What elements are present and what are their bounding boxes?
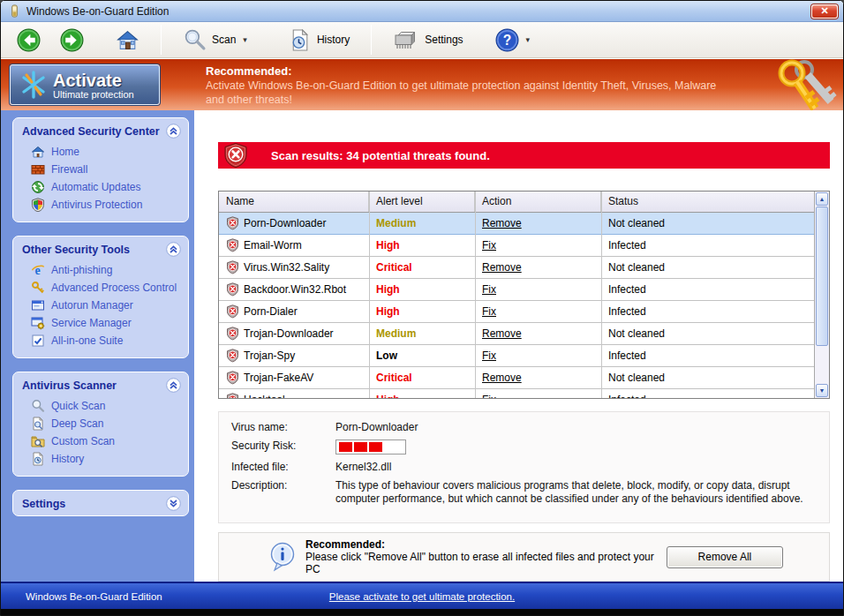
table-row[interactable]: Backdoor.Win32.RbotHighFixInfected bbox=[219, 279, 814, 301]
threat-shield-icon bbox=[226, 393, 239, 398]
chevron-down-icon[interactable] bbox=[166, 496, 181, 511]
scrollbar-thumb[interactable] bbox=[816, 207, 828, 346]
scan-dropdown-icon: ▾ bbox=[243, 35, 247, 44]
table-row[interactable]: Trojan-FakeAVCriticalRemoveNot cleaned bbox=[219, 367, 814, 389]
risk-block bbox=[369, 442, 382, 452]
threat-name: Backdoor.Win32.Rbot bbox=[244, 283, 346, 296]
action-link[interactable]: Fix bbox=[482, 305, 496, 318]
column-header-name[interactable]: Name bbox=[219, 192, 369, 212]
threat-status: Not cleaned bbox=[601, 217, 814, 229]
back-icon bbox=[17, 28, 41, 52]
recommend-text: Please click "Remove All" button to eras… bbox=[305, 551, 667, 575]
sidebar-item-deep-scan[interactable]: Deep Scan bbox=[13, 415, 188, 432]
sidebar-item-history[interactable]: History bbox=[13, 450, 188, 468]
table-row[interactable]: Email-WormHighFixInfected bbox=[219, 235, 814, 257]
security-risk-meter bbox=[335, 439, 406, 454]
action-link[interactable]: Remove bbox=[482, 217, 522, 229]
table-row[interactable]: HacktoolHighFixInfected bbox=[219, 389, 814, 398]
sidebar-item-quick-scan[interactable]: Quick Scan bbox=[13, 397, 188, 415]
section-title: Advanced Security Center bbox=[22, 125, 166, 138]
close-button[interactable]: ✕ bbox=[811, 4, 838, 19]
settings-button[interactable]: Settings bbox=[388, 26, 468, 53]
alert-level: Critical bbox=[369, 261, 475, 274]
activate-link[interactable]: Please activate to get ultimate protecti… bbox=[329, 591, 515, 602]
activate-button[interactable]: Activate Ultimate protection bbox=[10, 64, 160, 105]
virus-name-label: Virus name: bbox=[231, 421, 335, 433]
action-link[interactable]: Remove bbox=[482, 372, 522, 384]
window-icon bbox=[31, 298, 45, 312]
help-button[interactable]: ? ▾ bbox=[490, 26, 536, 55]
sidebar-item-service-manager[interactable]: Service Manager bbox=[13, 314, 188, 332]
scroll-up-icon[interactable]: ▲ bbox=[816, 192, 828, 206]
svg-text:?: ? bbox=[502, 33, 511, 48]
threat-shield-icon bbox=[226, 238, 239, 252]
page-clock-icon bbox=[31, 452, 45, 466]
threat-status: Infected bbox=[601, 394, 814, 398]
activate-banner: Activate Ultimate protection Recommended… bbox=[1, 58, 843, 110]
results-rows: Porn-DownloaderMediumRemoveNot cleanedEm… bbox=[219, 213, 814, 398]
sidebar-item-home[interactable]: Home bbox=[13, 143, 188, 161]
table-row[interactable]: Virus.Win32.SalityCriticalRemoveNot clea… bbox=[219, 257, 814, 279]
title-bar: Windows Be-on-Guard Edition ✕ bbox=[1, 1, 843, 22]
action-link[interactable]: Remove bbox=[482, 261, 522, 274]
sidebar-item-anti-phishing[interactable]: eAnti-phishing bbox=[13, 261, 188, 279]
threat-status: Infected bbox=[601, 283, 814, 296]
avshield-icon bbox=[31, 198, 45, 212]
sidebar: Advanced Security CenterHomeFirewallAuto… bbox=[1, 110, 194, 582]
table-row[interactable]: Trojan-DownloaderMediumRemoveNot cleaned bbox=[219, 323, 814, 345]
toolbar: Scan ▾ History Settings ? ▾ bbox=[1, 22, 843, 58]
banner-recommended-label: Recommended: bbox=[206, 64, 735, 78]
sidebar-item-advanced-process-control[interactable]: Advanced Process Control bbox=[13, 279, 188, 297]
column-header-alert[interactable]: Alert level bbox=[369, 192, 475, 212]
activate-title: Activate bbox=[53, 71, 134, 91]
home-button[interactable] bbox=[110, 26, 145, 55]
security-risk-label: Security Risk: bbox=[231, 439, 335, 454]
threat-name: Trojan-Spy bbox=[244, 349, 295, 362]
table-row[interactable]: Trojan-SpyLowFixInfected bbox=[219, 345, 814, 367]
column-header-status[interactable]: Status bbox=[601, 192, 829, 212]
bottom-edge bbox=[1, 609, 843, 615]
scan-button[interactable]: Scan ▾ bbox=[177, 26, 252, 55]
sidebar-section-settings: Settings bbox=[12, 490, 189, 516]
chevron-up-icon[interactable] bbox=[166, 378, 181, 393]
infected-file-label: Infected file: bbox=[231, 461, 335, 473]
threat-shield-icon bbox=[226, 371, 239, 385]
back-button[interactable] bbox=[11, 26, 46, 55]
forward-button[interactable] bbox=[55, 26, 89, 55]
action-link[interactable]: Fix bbox=[482, 349, 496, 362]
remove-all-button[interactable]: Remove All bbox=[667, 546, 783, 568]
action-link[interactable]: Remove bbox=[482, 327, 522, 340]
description-value: This type of behaviour covers malicious … bbox=[335, 479, 817, 506]
action-link[interactable]: Fix bbox=[482, 283, 496, 296]
description-label: Description: bbox=[231, 479, 335, 506]
scroll-down-icon[interactable]: ▼ bbox=[816, 384, 828, 397]
sidebar-item-all-in-one-suite[interactable]: All-in-one Suite bbox=[13, 332, 188, 349]
alert-level: High bbox=[369, 305, 475, 318]
table-row[interactable]: Porn-DialerHighFixInfected bbox=[219, 301, 814, 323]
help-icon: ? bbox=[495, 28, 519, 52]
sidebar-item-antivirus-protection[interactable]: Antivirus Protection bbox=[13, 196, 188, 214]
action-link[interactable]: Fix bbox=[482, 239, 496, 252]
alert-level: Critical bbox=[369, 372, 475, 384]
action-link[interactable]: Fix bbox=[482, 394, 496, 398]
threat-name: Virus.Win32.Sality bbox=[244, 261, 329, 274]
table-row[interactable]: Porn-DownloaderMediumRemoveNot cleaned bbox=[219, 213, 814, 235]
alert-level: Medium bbox=[369, 217, 475, 229]
sidebar-section-other-security-tools: Other Security ToolseAnti-phishingAdvanc… bbox=[12, 236, 189, 358]
history-button[interactable]: History bbox=[283, 26, 355, 55]
section-title: Other Security Tools bbox=[22, 244, 166, 256]
sidebar-item-automatic-updates[interactable]: Automatic Updates bbox=[13, 178, 188, 196]
recommend-panel: Recommended: Please click "Remove All" b… bbox=[218, 532, 830, 582]
sidebar-item-firewall[interactable]: Firewall bbox=[13, 161, 188, 178]
threat-status: Infected bbox=[601, 349, 814, 362]
alert-level: High bbox=[369, 283, 475, 296]
chevron-up-icon[interactable] bbox=[166, 242, 181, 257]
sidebar-item-custom-scan[interactable]: Custom Scan bbox=[13, 432, 188, 450]
chevron-up-icon[interactable] bbox=[166, 124, 181, 139]
section-title: Settings bbox=[22, 498, 166, 510]
section-title: Antivirus Scanner bbox=[22, 379, 166, 392]
browser-icon: e bbox=[31, 263, 45, 277]
sidebar-item-autorun-manager[interactable]: Autorun Manager bbox=[13, 297, 188, 314]
table-scrollbar[interactable]: ▲ ▼ bbox=[814, 192, 829, 398]
column-header-action[interactable]: Action bbox=[475, 192, 601, 212]
